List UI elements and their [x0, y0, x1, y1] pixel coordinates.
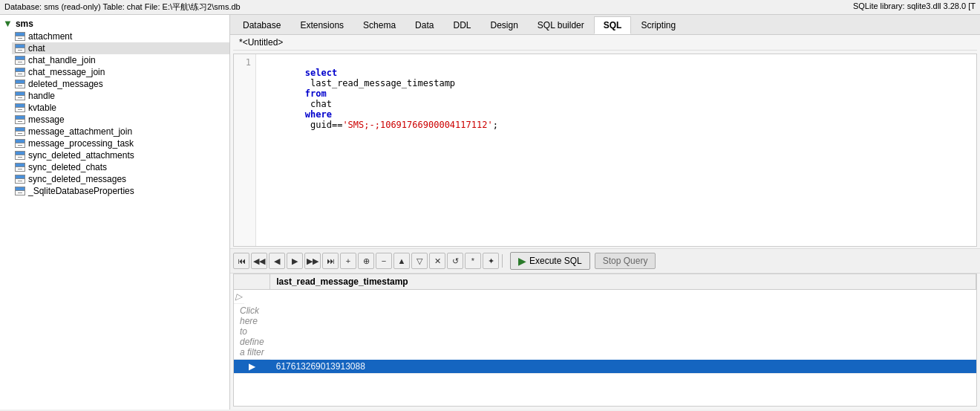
row-indicator-header — [234, 274, 270, 290]
table-name: message_attachment_join — [28, 126, 132, 137]
sidebar-item-sync_deleted_messages[interactable]: sync_deleted_messages — [12, 173, 229, 185]
toolbar-btn-filter[interactable]: ▽ — [411, 253, 428, 269]
table-icon — [15, 139, 25, 148]
sidebar-db-root[interactable]: ▼ sms — [0, 16, 229, 30]
table-name: deleted_messages — [28, 79, 103, 89]
main-layout: ▼ sms attachmentchatchat_handle_joinchat… — [0, 15, 980, 410]
sidebar-db-name: sms — [16, 19, 33, 29]
tab-schema[interactable]: Schema — [353, 16, 405, 34]
sidebar-item-message[interactable]: message — [12, 114, 229, 126]
line-number: 1 — [234, 54, 256, 246]
sidebar-item-kvtable[interactable]: kvtable — [12, 102, 229, 114]
toolbar-btn-up[interactable]: ▲ — [393, 253, 410, 269]
sidebar-item-message_attachment_join[interactable]: message_attachment_join — [12, 126, 229, 137]
string-val: 'SMS;-;10691766900004117112' — [342, 120, 492, 130]
table-icon — [15, 163, 25, 172]
toolbar-btn-add-copy[interactable]: ⊕ — [358, 253, 374, 269]
table-icon — [15, 91, 25, 100]
table-icon — [15, 175, 25, 184]
toolbar-btn-add[interactable]: + — [340, 253, 356, 269]
sidebar-item-sync_deleted_chats[interactable]: sync_deleted_chats — [12, 161, 229, 173]
right-panel: DatabaseExtensionsSchemaDataDDLDesignSQL… — [230, 15, 980, 410]
toolbar-btn-cancel[interactable]: ✕ — [429, 253, 445, 269]
table-name: sync_deleted_chats — [28, 162, 107, 172]
sidebar-table-list: attachmentchatchat_handle_joinchat_messa… — [0, 30, 229, 197]
table-icon — [15, 68, 25, 77]
sidebar-item-attachment[interactable]: attachment — [12, 30, 229, 42]
stop-query-button[interactable]: Stop Query — [595, 253, 656, 269]
table-name: handle — [28, 91, 55, 101]
toolbar-btn-first[interactable]: ⏮ — [233, 253, 249, 269]
database-expand-icon: ▼ — [3, 18, 13, 29]
table-icon — [15, 115, 25, 124]
table-name: message — [28, 114, 65, 125]
results-area: last_read_message_timestamp ▷ Click here… — [233, 274, 977, 407]
table-name: sync_deleted_messages — [28, 174, 126, 184]
table-icon — [15, 187, 25, 195]
top-bar-left: Database: sms (read-only) Table: chat Fi… — [4, 1, 241, 13]
sidebar-item-sync_deleted_attachments[interactable]: sync_deleted_attachments — [12, 149, 229, 161]
filter-placeholder[interactable]: Click here to define a filter — [240, 305, 264, 357]
sidebar: ▼ sms attachmentchatchat_handle_joinchat… — [0, 15, 230, 410]
tab-data[interactable]: Data — [405, 16, 443, 34]
table-name: kvtable — [28, 103, 56, 113]
sidebar-item-handle[interactable]: handle — [12, 90, 229, 102]
table-name: chat_handle_join — [28, 55, 96, 65]
tab-ddl[interactable]: DDL — [443, 16, 480, 34]
execute-sql-button[interactable]: ▶Execute SQL — [510, 252, 590, 270]
table-name: chat — [28, 43, 45, 54]
toolbar-btn-delete[interactable]: − — [376, 253, 392, 269]
tab-scripting[interactable]: Scripting — [631, 16, 685, 34]
top-bar-right: SQLite library: sqlite3.dll 3.28.0 [T — [853, 1, 976, 13]
toolbar-btn-star[interactable]: ✦ — [483, 253, 499, 269]
tab-database[interactable]: Database — [233, 16, 290, 34]
sidebar-item-_SqliteDatabaseProperties[interactable]: _SqliteDatabaseProperties — [12, 185, 229, 197]
execute-label: Execute SQL — [529, 256, 582, 266]
sql-editor[interactable]: 1 select last_read_message_timestamp fro… — [233, 54, 977, 247]
sql-toolbar: ⏮◀◀◀▶▶▶⏭+⊕−▲▽✕↺*✦▶Execute SQLStop Query — [230, 248, 980, 274]
toolbar-btn-prev-prev[interactable]: ◀◀ — [251, 253, 267, 269]
toolbar-btn-prev[interactable]: ◀ — [269, 253, 285, 269]
sidebar-item-chat_handle_join[interactable]: chat_handle_join — [12, 54, 229, 66]
table-name: chat_message_join — [28, 67, 105, 77]
tab-sql-builder[interactable]: SQL builder — [528, 16, 594, 34]
kw-from: from — [305, 88, 327, 99]
table-icon — [15, 80, 25, 88]
row-arrow-cell: ▶ — [234, 360, 270, 374]
tab-sql[interactable]: SQL — [594, 16, 632, 34]
top-bar: Database: sms (read-only) Table: chat Fi… — [0, 0, 980, 15]
data-cell: 617613269013913088 — [270, 360, 976, 374]
data-row[interactable]: ▶ 617613269013913088 — [234, 360, 976, 374]
toolbar-btn-next-next[interactable]: ▶▶ — [304, 253, 321, 269]
table-icon — [15, 103, 25, 112]
table-name: sync_deleted_attachments — [28, 150, 134, 161]
sidebar-item-chat[interactable]: chat — [12, 42, 229, 54]
tab-extensions[interactable]: Extensions — [290, 16, 353, 34]
toolbar-btn-next[interactable]: ▶ — [287, 253, 303, 269]
filter-cell[interactable]: Click here to define a filter — [234, 304, 270, 360]
col-ref2: guid== — [305, 120, 343, 130]
tab-design[interactable]: Design — [480, 16, 527, 34]
table-name: attachment — [28, 31, 72, 42]
column-header: last_read_message_timestamp — [270, 274, 976, 290]
table-icon — [15, 56, 25, 65]
sidebar-item-deleted_messages[interactable]: deleted_messages — [12, 78, 229, 90]
sql-content[interactable]: select last_read_message_timestamp from … — [256, 54, 976, 246]
toolbar-separator — [502, 254, 503, 268]
toolbar-btn-asterisk[interactable]: * — [465, 253, 481, 269]
row-arrow-icon: ▶ — [249, 361, 255, 372]
table-name: _SqliteDatabaseProperties — [28, 186, 134, 196]
execute-icon: ▶ — [518, 255, 526, 267]
sidebar-item-chat_message_join[interactable]: chat_message_join — [12, 66, 229, 78]
toolbar-btn-last[interactable]: ⏭ — [322, 253, 339, 269]
toolbar-btn-refresh[interactable]: ↺ — [447, 253, 463, 269]
table-icon — [15, 44, 25, 53]
filter-row-indicator: ▷ — [234, 290, 244, 304]
tab-bar: DatabaseExtensionsSchemaDataDDLDesignSQL… — [230, 15, 980, 35]
sidebar-item-message_processing_task[interactable]: message_processing_task — [12, 137, 229, 149]
table-ref: chat — [305, 99, 337, 109]
table-icon — [15, 127, 25, 136]
semicolon: ; — [493, 120, 498, 130]
table-icon — [15, 32, 25, 41]
filter-row[interactable]: ▷ Click here to define a filter — [234, 290, 976, 360]
